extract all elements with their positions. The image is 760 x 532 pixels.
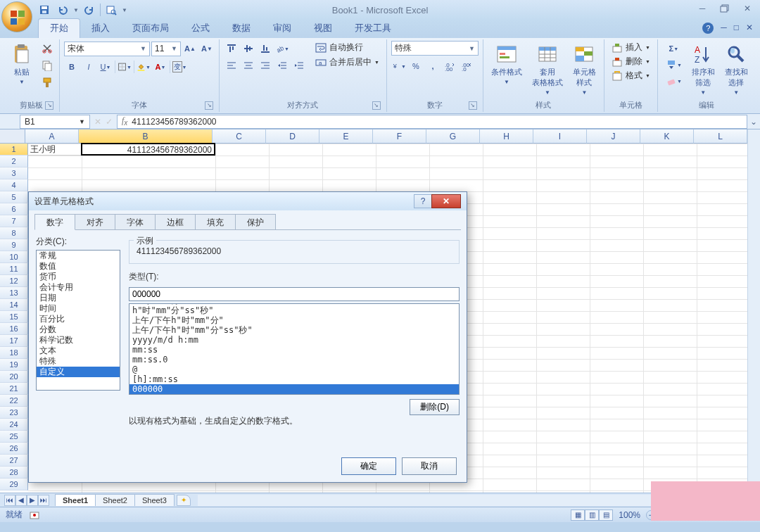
clipboard-launcher[interactable]: ↘ [45, 101, 53, 110]
align-launcher[interactable]: ↘ [372, 101, 381, 110]
row-header[interactable]: 29 [0, 479, 28, 490]
window-close[interactable]: ✕ [739, 2, 756, 15]
number-launcher[interactable]: ↘ [469, 101, 477, 110]
row-header[interactable]: 15 [0, 311, 28, 323]
type-option[interactable]: 上午/下午h"时"mm"分"ss"秒" [129, 325, 459, 335]
category-item[interactable]: 自定义 [37, 367, 120, 377]
formula-expand[interactable]: ⌄ [747, 117, 760, 127]
row-header[interactable]: 8 [0, 227, 28, 239]
fill[interactable]: ▼ [662, 57, 685, 72]
font-size-combo[interactable]: 11▼ [151, 42, 181, 56]
dialog-tab[interactable]: 数字 [34, 214, 75, 230]
cancel-button[interactable]: 取消 [402, 457, 457, 475]
autosum[interactable]: Σ▼ [662, 41, 685, 56]
conditional-format[interactable]: 条件格式▼ [488, 41, 526, 87]
formula-input[interactable]: fx411123456789362000 [117, 115, 747, 129]
type-list[interactable]: h:mm:ssh"时"mm"分"h"时"mm"分"ss"秒"上午/下午h"时"m… [129, 303, 460, 395]
row-header[interactable]: 25 [0, 431, 28, 443]
view-page-layout[interactable]: ▥ [585, 509, 599, 521]
ok-button[interactable]: 确定 [341, 457, 396, 475]
percent-format[interactable]: % [408, 58, 424, 74]
increase-indent[interactable] [291, 58, 307, 73]
category-item[interactable]: 常规 [37, 251, 120, 261]
dialog-tab[interactable]: 边框 [155, 214, 196, 230]
type-option[interactable]: @ [129, 365, 459, 374]
type-option[interactable]: 上午/下午h"时"mm"分" [129, 315, 459, 325]
align-center[interactable] [241, 58, 256, 73]
sheet-nav-next[interactable]: ▶ [27, 495, 38, 506]
find-select[interactable]: 查找和 选择▼ [721, 41, 752, 98]
row-header[interactable]: 16 [0, 323, 28, 335]
dialog-tab[interactable]: 保护 [235, 214, 276, 230]
category-item[interactable]: 日期 [37, 293, 120, 303]
decrease-decimal[interactable]: .00.0 [459, 58, 474, 74]
select-all-button[interactable] [0, 129, 25, 144]
doc-minimize[interactable]: ─ [721, 23, 727, 34]
row-header[interactable]: 6 [0, 203, 28, 215]
border-button[interactable]: ▼ [117, 59, 132, 75]
row-header[interactable]: 10 [0, 251, 28, 263]
ribbon-tab-1[interactable]: 插入 [80, 19, 121, 38]
ribbon-tab-4[interactable]: 数据 [221, 19, 262, 38]
comma-format[interactable]: , [425, 58, 441, 74]
vertical-scrollbar[interactable] [747, 129, 760, 493]
orientation[interactable]: ab▼ [274, 41, 290, 56]
column-header[interactable]: G [426, 129, 480, 144]
help-icon[interactable]: ? [702, 23, 714, 34]
type-option[interactable]: mm:ss [129, 345, 459, 355]
cell-B1-selected[interactable]: 411123456789362000 [81, 143, 215, 156]
column-header[interactable]: H [480, 129, 533, 144]
category-item[interactable]: 会计专用 [37, 282, 120, 293]
column-header[interactable]: D [266, 129, 319, 144]
doc-restore[interactable]: □ [734, 23, 739, 34]
row-header[interactable]: 4 [0, 179, 28, 191]
category-item[interactable]: 数值 [37, 261, 120, 272]
row-header[interactable]: 28 [0, 467, 28, 479]
office-button[interactable] [1, 1, 32, 32]
increase-font-button[interactable]: A▲ [182, 41, 198, 56]
qat-save[interactable] [37, 2, 52, 18]
row-header[interactable]: 19 [0, 359, 28, 371]
sheet-tab[interactable]: Sheet2 [95, 494, 135, 506]
merge-center[interactable]: a合并后居中▼ [312, 56, 382, 69]
row-header[interactable]: 1 [0, 144, 28, 156]
category-item[interactable]: 科学记数 [37, 335, 120, 346]
row-header[interactable]: 18 [0, 347, 28, 359]
sheet-nav-first[interactable]: ⏮ [4, 495, 15, 506]
qat-undo[interactable] [55, 2, 70, 18]
column-header[interactable]: E [319, 129, 373, 144]
fx-cancel-icon[interactable]: ✕ [94, 117, 101, 127]
row-header[interactable]: 17 [0, 335, 28, 347]
column-header[interactable]: B [79, 129, 213, 144]
format-as-table[interactable]: 套用 表格格式▼ [528, 41, 566, 98]
decrease-font-button[interactable]: A▼ [199, 41, 215, 56]
column-header[interactable]: L [694, 129, 747, 144]
underline-button[interactable]: U▼ [98, 59, 113, 75]
row-header[interactable]: 3 [0, 167, 28, 179]
dialog-tab[interactable]: 字体 [115, 214, 156, 230]
row-header[interactable]: 14 [0, 299, 28, 311]
category-item[interactable]: 分数 [37, 324, 120, 335]
paste-button[interactable]: 粘贴 ▼ [7, 41, 37, 87]
name-box[interactable]: B1▼ [20, 115, 90, 129]
font-launcher[interactable]: ↘ [205, 101, 213, 110]
ribbon-tab-0[interactable]: 开始 [38, 18, 80, 38]
type-option[interactable]: yyyy/m/d h:mm [129, 335, 459, 345]
type-option[interactable]: 000000 [129, 384, 459, 394]
align-middle[interactable] [241, 41, 256, 56]
window-restore[interactable] [716, 2, 733, 15]
dialog-titlebar[interactable]: 设置单元格格式 ? ✕ [29, 192, 467, 210]
dialog-help[interactable]: ? [414, 194, 432, 208]
number-format-combo[interactable]: 特殊▼ [391, 41, 479, 56]
align-left[interactable] [224, 58, 239, 73]
category-item[interactable]: 时间 [37, 303, 120, 314]
row-header[interactable]: 13 [0, 287, 28, 299]
category-item[interactable]: 货币 [37, 272, 120, 282]
phonetic-button[interactable]: 变▼ [172, 59, 187, 75]
column-header[interactable]: C [213, 129, 266, 144]
column-header[interactable]: K [640, 129, 694, 144]
dialog-tab[interactable]: 填充 [195, 214, 236, 230]
clear[interactable]: ▼ [662, 73, 685, 89]
qat-print-preview[interactable] [103, 2, 119, 18]
row-header[interactable]: 12 [0, 275, 28, 287]
